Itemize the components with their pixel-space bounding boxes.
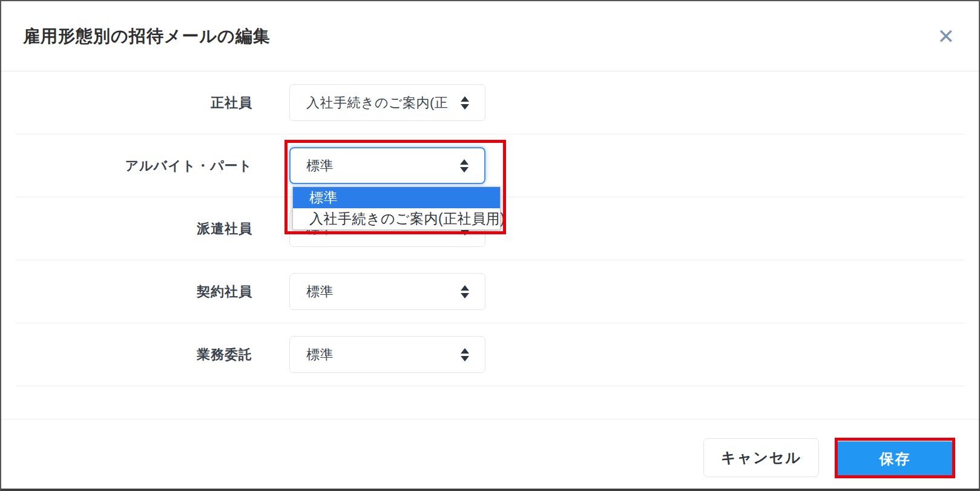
dropdown-option-standard[interactable]: 標準 [293,187,500,208]
template-select-outsourced[interactable]: 標準 [289,336,485,373]
row-label: アルバイト・パート [16,157,252,175]
select-updown-arrows-icon [461,96,469,110]
edit-invitation-email-modal: 雇用形態別の招待メールの編集 ✕ 正社員 入社手続きのご案内(正 アルバイト・パ… [0,0,980,491]
template-select-contract-employee[interactable]: 標準 [289,273,485,310]
row-label: 派遣社員 [16,220,252,238]
template-select-regular-employee[interactable]: 入社手続きのご案内(正 [289,84,485,121]
modal-header: 雇用形態別の招待メールの編集 ✕ [1,1,979,71]
dropdown-option-onboarding-guide[interactable]: 入社手続きのご案内(正社員用) [293,208,500,229]
save-button[interactable]: 保存 [838,441,952,476]
select-updown-arrows-icon [460,159,469,173]
cancel-button[interactable]: キャンセル [703,438,819,477]
modal-footer: キャンセル 保存 [1,419,979,489]
row-contract-employee: 契約社員 標準 [16,260,964,323]
select-updown-arrows-icon [461,348,469,361]
row-outsourced: 業務委託 標準 [16,323,964,386]
modal-title: 雇用形態別の招待メールの編集 [23,25,271,48]
select-value: 標準 [306,283,334,301]
template-select-parttime[interactable]: 標準 [289,147,485,184]
open-dropdown-menu: 標準 入社手続きのご案内(正社員用) [292,186,501,230]
select-updown-arrows-icon [461,285,469,298]
close-icon[interactable]: ✕ [938,26,955,47]
select-value: 入社手続きのご案内(正 [306,94,448,112]
select-value: 標準 [306,157,334,175]
select-value: 標準 [306,346,334,364]
row-label: 業務委託 [16,346,252,364]
row-label: 契約社員 [16,283,252,301]
row-label: 正社員 [16,94,252,112]
row-regular-employee: 正社員 入社手続きのご案内(正 [16,71,964,134]
